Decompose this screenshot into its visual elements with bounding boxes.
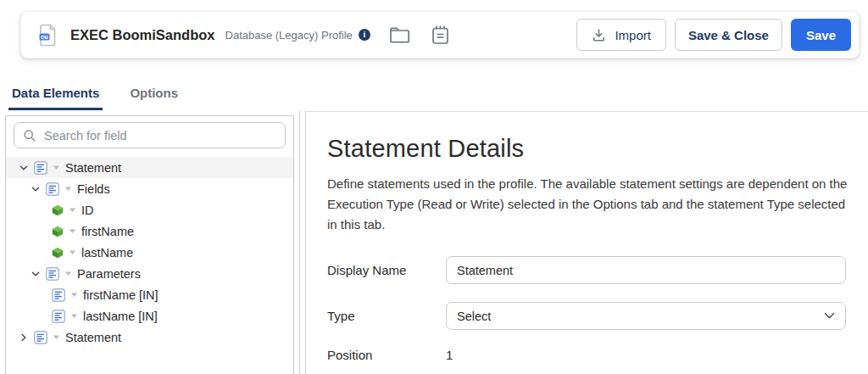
caret-down-icon[interactable] — [68, 248, 77, 257]
db-profile-icon: DB — [38, 23, 58, 47]
element-icon — [46, 182, 59, 196]
tree-item-firstname-in[interactable]: firstName [IN] — [6, 284, 293, 305]
element-icon — [46, 267, 59, 281]
tree-item-label: Statement — [65, 161, 121, 175]
position-value: 1 — [446, 348, 453, 362]
type-select-value: Select — [457, 310, 491, 323]
element-icon — [34, 161, 47, 175]
profile-title: EXEC BoomiSandbox — [70, 27, 215, 43]
tree-item-id[interactable]: ID — [6, 199, 293, 220]
folder-icon[interactable] — [389, 26, 410, 43]
tree-item-label: firstName [IN] — [83, 288, 159, 302]
element-icon — [52, 288, 65, 302]
save-button[interactable]: Save — [791, 19, 851, 51]
search-icon — [23, 129, 36, 142]
statement-details-panel: Statement Details Define statements used… — [305, 111, 868, 374]
tree-item-statement[interactable]: Statement — [6, 157, 293, 178]
chevron-right-icon[interactable] — [18, 332, 30, 343]
profile-type-label: Database (Legacy) Profile — [225, 29, 353, 42]
field-icon — [52, 204, 64, 216]
tree-item-label: Statement — [65, 331, 121, 344]
display-name-row: Display Name — [327, 256, 846, 284]
profile-header: DB EXEC BoomiSandbox Database (Legacy) P… — [20, 11, 860, 59]
page-title: Statement Details — [327, 135, 846, 163]
caret-down-icon[interactable] — [52, 163, 61, 172]
chevron-down-icon — [824, 312, 835, 320]
tree-item-label: ID — [81, 204, 94, 217]
panel-splitter[interactable] — [299, 111, 304, 374]
element-icon — [52, 310, 65, 323]
position-row: Position 1 — [327, 348, 846, 362]
tree-item-firstname[interactable]: firstName — [6, 220, 293, 242]
revision-history-icon[interactable] — [431, 25, 449, 45]
import-label: Import — [615, 28, 651, 42]
caret-down-icon[interactable] — [68, 226, 77, 236]
caret-down-icon[interactable] — [52, 332, 61, 342]
type-row: Type Select — [327, 302, 846, 330]
type-select[interactable]: Select — [446, 302, 846, 330]
tree-item-label: lastName [IN] — [83, 310, 158, 323]
field-icon — [52, 226, 64, 237]
position-label: Position — [327, 348, 446, 362]
tab-data-elements[interactable]: Data Elements — [8, 86, 103, 110]
tree-item-label: Fields — [77, 182, 110, 196]
search-input[interactable] — [44, 129, 276, 142]
tree-item-fields[interactable]: Fields — [6, 178, 293, 199]
field-search[interactable] — [14, 122, 286, 148]
save-and-close-button[interactable]: Save & Close — [675, 19, 782, 51]
type-label: Type — [327, 309, 446, 323]
caret-down-icon[interactable] — [64, 269, 73, 278]
chevron-down-icon[interactable] — [30, 184, 42, 194]
tree-item-statement[interactable]: Statement — [6, 327, 293, 348]
caret-down-icon[interactable] — [70, 290, 79, 299]
tree-item-label: lastName — [81, 246, 133, 260]
display-name-label: Display Name — [327, 263, 446, 277]
tree-item-parameters[interactable]: Parameters — [6, 263, 293, 284]
tree-item-label: firstName — [81, 225, 134, 238]
tree-item-label: Parameters — [77, 267, 141, 281]
caret-down-icon[interactable] — [64, 184, 73, 193]
statement-form: Display Name Type Select Position 1 — [327, 256, 846, 362]
field-icon — [52, 247, 64, 259]
caret-down-icon[interactable] — [68, 205, 77, 215]
svg-text:DB: DB — [41, 35, 48, 40]
page-description: Define statements used in the profile. T… — [327, 174, 851, 235]
profile-tree: StatementFieldsIDfirstNamelastNameParame… — [6, 157, 293, 348]
chevron-down-icon[interactable] — [18, 163, 30, 173]
import-icon — [592, 28, 606, 42]
info-icon[interactable]: i — [359, 29, 370, 41]
element-icon — [34, 331, 47, 344]
data-elements-panel: StatementFieldsIDfirstNamelastNameParame… — [5, 115, 294, 374]
display-name-input[interactable] — [446, 256, 846, 284]
tree-item-lastname-in[interactable]: lastName [IN] — [6, 305, 293, 327]
chevron-down-icon[interactable] — [30, 269, 42, 279]
import-button[interactable]: Import — [576, 19, 666, 51]
caret-down-icon[interactable] — [70, 311, 79, 321]
tree-item-lastname[interactable]: lastName — [6, 242, 293, 263]
tab-options[interactable]: Options — [126, 86, 181, 110]
tab-bar: Data Elements Options — [8, 86, 181, 110]
